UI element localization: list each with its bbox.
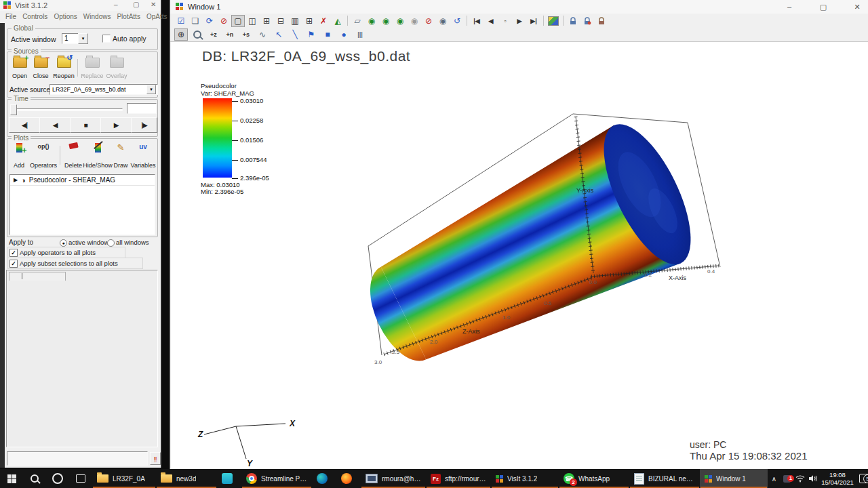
gui-close-button[interactable]: ✕ (151, 1, 156, 8)
layout-1x1-icon[interactable]: ▢ (231, 15, 245, 27)
search-button[interactable] (23, 469, 46, 488)
open-source-button[interactable]: + Open (10, 58, 29, 79)
vcr-stop-icon[interactable]: ▫ (498, 15, 512, 27)
viewer-minimize-button[interactable]: – (777, 1, 802, 13)
taskbar-item-window1[interactable]: Window 1 (700, 469, 768, 488)
time-slider-handle[interactable] (10, 104, 17, 115)
line-tool-icon[interactable]: ╲ (288, 28, 302, 41)
taskbar-item-stickynotes[interactable] (217, 469, 241, 488)
gui-minimize-button[interactable]: – (114, 1, 118, 8)
taskbar-item-folder-lr32f[interactable]: LR32F_0A (92, 469, 156, 488)
menu-plotatts[interactable]: PlotAtts (117, 13, 140, 20)
new-window-icon[interactable]: ❏ (189, 15, 202, 27)
time-prev-button[interactable]: ◀| (9, 117, 40, 133)
tray-app-icon[interactable]: 1 (781, 475, 793, 483)
zoom-mode-icon[interactable] (191, 28, 204, 41)
active-source-combobox[interactable]: LR32F_0A_69_wss_b0.dat (50, 84, 158, 95)
time-play-button[interactable]: ▶ (100, 117, 132, 133)
plot-list[interactable]: ▶ ◑ Pseudocolor - SHEAR_MAG (9, 174, 155, 235)
close-source-button[interactable]: − Close (31, 58, 50, 79)
operators-button[interactable]: op() Operators (30, 143, 57, 169)
taskbar-item-edge[interactable] (312, 469, 336, 488)
draw-button[interactable]: ✎ Draw (112, 143, 130, 169)
cortana-button[interactable] (46, 469, 69, 488)
navigate-mode-icon[interactable]: ⊕ (174, 28, 188, 41)
delete-plots-icon[interactable]: ✗ (317, 15, 330, 27)
reopen-source-button[interactable]: ↺ Reopen (52, 58, 75, 79)
apply-all-windows-radio[interactable] (107, 239, 115, 247)
delete-window-icon[interactable]: ⊘ (217, 15, 231, 27)
time-stop-button[interactable]: ■ (70, 117, 101, 133)
overlay-source-button[interactable]: Overlay (105, 58, 128, 79)
menu-options[interactable]: Options (54, 13, 77, 20)
vcr-next-icon[interactable]: ▶| (527, 15, 540, 27)
plot-list-item[interactable]: ▶ ◑ Pseudocolor - SHEAR_MAG (10, 175, 155, 186)
menu-opatts[interactable]: OpAtts (146, 13, 167, 20)
time-text-field[interactable] (127, 103, 157, 114)
axis-restriction-icon[interactable]: ||| (353, 28, 367, 41)
output-window-button[interactable]: ‼ (150, 452, 161, 465)
pick-mode-icon[interactable]: ↖ (272, 28, 285, 41)
variables-button[interactable]: uv Variables (131, 143, 155, 169)
lock-tools-icon[interactable] (595, 15, 608, 27)
vcr-reverse-icon[interactable]: ◀ (484, 15, 498, 27)
refresh-view-icon[interactable]: ◉ (379, 15, 393, 27)
active-window-spinbox[interactable]: 1 (62, 33, 80, 44)
node-pick-icon[interactable]: +n (223, 28, 237, 41)
active-source-dropdown-arrow[interactable]: ▾ (146, 85, 156, 94)
task-view-button[interactable] (69, 469, 92, 488)
lock-view-icon[interactable] (566, 15, 580, 27)
menu-file[interactable]: File (5, 13, 16, 20)
viewer-maximize-button[interactable]: ▢ (811, 1, 835, 13)
recenter-view-icon[interactable]: ◉ (365, 15, 378, 27)
auto-apply-checkbox[interactable] (102, 35, 111, 43)
perspective-icon[interactable]: ▱ (351, 15, 364, 27)
vcr-play-icon[interactable]: ▶ (513, 15, 526, 27)
vcr-first-icon[interactable]: |◀ (470, 15, 484, 27)
layout-3x3-icon[interactable]: ⊞ (302, 15, 316, 27)
taskbar-item-notepad[interactable]: BIZURAL new.txt ... (629, 469, 700, 488)
active-window-icon[interactable]: ☑ (174, 15, 188, 27)
choose-view-icon[interactable]: ◉ (436, 15, 450, 27)
attributes-tab[interactable] (9, 272, 66, 281)
sphere-tool-icon[interactable]: ● (337, 28, 351, 41)
gui-title-bar[interactable]: Visit 3.1.2 – ▢ ✕ (0, 0, 161, 11)
time-reverse-button[interactable]: ◀ (39, 117, 71, 133)
delete-plot-button[interactable]: Delete (63, 143, 83, 169)
taskbar-item-firefox[interactable] (336, 469, 361, 488)
taskbar-item-visit[interactable]: VisIt 3.1.2 (491, 469, 559, 488)
apply-operators-checkbox[interactable]: ✓ (9, 249, 18, 257)
tray-clock[interactable]: 19:08 15/04/2021 (819, 471, 856, 486)
spreadsheet-pick-icon[interactable]: +s (239, 28, 253, 41)
add-plot-button[interactable]: + Add (10, 143, 28, 169)
lock-time-icon[interactable] (580, 15, 594, 27)
zoom-z-icon[interactable]: +z (207, 28, 220, 41)
start-button[interactable] (0, 469, 23, 488)
spin-view-icon[interactable]: ◭ (331, 15, 344, 27)
layout-2x2-wide-icon[interactable]: ⊟ (274, 15, 288, 27)
apply-active-window-radio[interactable]: ● (60, 239, 67, 247)
time-next-button[interactable]: |▶ (131, 117, 157, 133)
wifi-icon[interactable] (793, 474, 806, 483)
apply-subset-checkbox[interactable]: ✓ (9, 260, 18, 268)
lineout-mode-icon[interactable]: ∿ (256, 28, 269, 41)
save-image-icon[interactable] (547, 15, 560, 27)
camera-view-icon[interactable]: ◉ (408, 15, 421, 27)
taskbar-item-putty[interactable]: rmoura@hn70x:~/... (361, 469, 426, 488)
plot-expand-icon[interactable]: ▶ (14, 177, 18, 183)
plot-visibility-toggle-icon[interactable]: ◑ (21, 176, 26, 184)
taskbar-item-whatsapp[interactable]: ☎2 WhatsApp (559, 469, 629, 488)
time-slider-track[interactable] (16, 108, 123, 111)
layout-strip-icon[interactable]: ▥ (288, 15, 302, 27)
render-viewport[interactable] (171, 42, 868, 469)
tray-expand-icon[interactable]: ∧ (768, 475, 781, 483)
replace-source-button[interactable]: Replace (81, 58, 104, 79)
menu-windows[interactable]: Windows (83, 13, 111, 20)
viewer-close-button[interactable]: ✕ (845, 1, 868, 13)
active-window-dropdown-arrow[interactable]: ▾ (78, 33, 88, 44)
notification-center-icon[interactable]: 5 (856, 474, 868, 483)
save-view-icon[interactable]: ◉ (393, 15, 407, 27)
menu-controls[interactable]: Controls (22, 13, 47, 20)
box-tool-icon[interactable]: ■ (321, 28, 334, 41)
volume-icon[interactable] (806, 474, 819, 483)
